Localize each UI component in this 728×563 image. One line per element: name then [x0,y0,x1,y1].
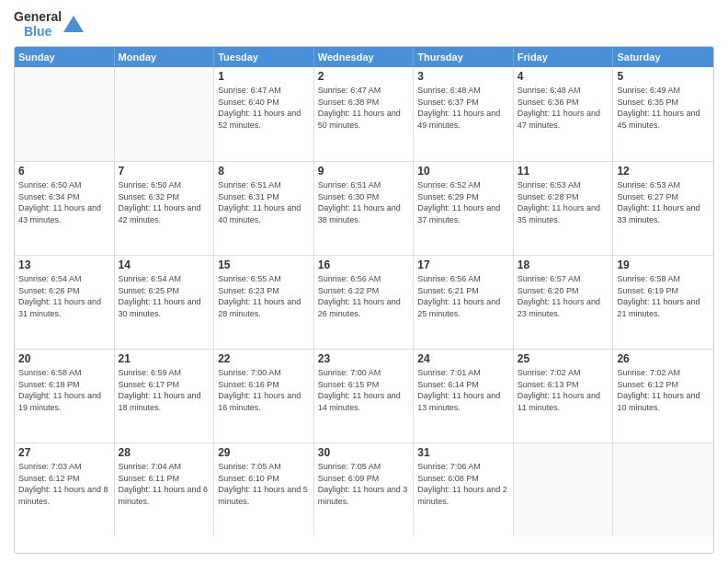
calendar-row-1: 6Sunrise: 6:50 AM Sunset: 6:34 PM Daylig… [15,161,713,255]
calendar-cell: 27Sunrise: 7:03 AM Sunset: 6:12 PM Dayli… [15,443,115,536]
header-day-sunday: Sunday [15,47,115,67]
calendar-cell: 6Sunrise: 6:50 AM Sunset: 6:34 PM Daylig… [15,162,115,255]
day-number: 15 [218,259,310,271]
calendar-cell: 16Sunrise: 6:56 AM Sunset: 6:22 PM Dayli… [314,256,415,349]
day-number: 10 [417,165,509,178]
day-info: Sunrise: 6:56 AM Sunset: 6:22 PM Dayligh… [318,273,410,319]
calendar-cell: 22Sunrise: 7:00 AM Sunset: 6:16 PM Dayli… [214,350,314,442]
day-info: Sunrise: 7:01 AM Sunset: 6:14 PM Dayligh… [417,367,509,413]
day-info: Sunrise: 6:47 AM Sunset: 6:38 PM Dayligh… [318,85,410,131]
calendar-body: 1Sunrise: 6:47 AM Sunset: 6:40 PM Daylig… [15,67,713,536]
header-day-monday: Monday [115,47,215,67]
day-number: 1 [218,70,310,83]
calendar-cell: 3Sunrise: 6:48 AM Sunset: 6:37 PM Daylig… [414,67,514,161]
header-day-wednesday: Wednesday [314,47,415,67]
day-info: Sunrise: 6:51 AM Sunset: 6:31 PM Dayligh… [218,179,310,225]
day-info: Sunrise: 7:00 AM Sunset: 6:15 PM Dayligh… [318,367,410,413]
day-number: 26 [617,352,710,365]
day-info: Sunrise: 6:58 AM Sunset: 6:19 PM Dayligh… [617,273,710,319]
day-number: 3 [417,70,509,83]
day-number: 9 [318,165,410,178]
calendar-cell: 14Sunrise: 6:54 AM Sunset: 6:25 PM Dayli… [115,256,215,349]
calendar-cell: 31Sunrise: 7:06 AM Sunset: 6:08 PM Dayli… [414,443,514,536]
day-number: 27 [18,446,110,459]
day-number: 30 [318,446,410,459]
day-number: 31 [417,446,509,459]
calendar-cell: 5Sunrise: 6:49 AM Sunset: 6:35 PM Daylig… [613,67,713,161]
day-info: Sunrise: 6:58 AM Sunset: 6:18 PM Dayligh… [18,367,110,413]
svg-marker-0 [63,16,84,32]
calendar-cell: 20Sunrise: 6:58 AM Sunset: 6:18 PM Dayli… [15,350,115,442]
calendar-cell: 15Sunrise: 6:55 AM Sunset: 6:23 PM Dayli… [214,256,314,349]
day-number: 6 [18,165,110,178]
calendar-header: SundayMondayTuesdayWednesdayThursdayFrid… [15,47,713,67]
day-number: 12 [617,165,710,178]
day-info: Sunrise: 6:54 AM Sunset: 6:25 PM Dayligh… [119,273,210,319]
calendar-cell: 1Sunrise: 6:47 AM Sunset: 6:40 PM Daylig… [214,67,314,161]
day-info: Sunrise: 6:47 AM Sunset: 6:40 PM Dayligh… [218,85,310,131]
logo-general: General [14,9,62,24]
calendar-row-2: 13Sunrise: 6:54 AM Sunset: 6:26 PM Dayli… [15,255,713,349]
header-day-friday: Friday [514,47,614,67]
calendar-cell [115,67,215,161]
calendar-cell: 24Sunrise: 7:01 AM Sunset: 6:14 PM Dayli… [414,350,514,442]
calendar-cell: 21Sunrise: 6:59 AM Sunset: 6:17 PM Dayli… [115,350,215,442]
day-number: 5 [617,70,710,83]
day-number: 11 [518,165,609,178]
day-info: Sunrise: 7:04 AM Sunset: 6:11 PM Dayligh… [119,461,210,507]
day-info: Sunrise: 6:52 AM Sunset: 6:29 PM Dayligh… [417,179,509,225]
calendar-row-4: 27Sunrise: 7:03 AM Sunset: 6:12 PM Dayli… [15,442,713,536]
header-day-saturday: Saturday [613,47,713,67]
calendar-cell: 28Sunrise: 7:04 AM Sunset: 6:11 PM Dayli… [115,443,215,536]
day-info: Sunrise: 6:59 AM Sunset: 6:17 PM Dayligh… [119,367,210,413]
calendar-cell: 23Sunrise: 7:00 AM Sunset: 6:15 PM Dayli… [314,350,415,442]
calendar-cell: 25Sunrise: 7:02 AM Sunset: 6:13 PM Dayli… [514,350,614,442]
day-info: Sunrise: 7:05 AM Sunset: 6:09 PM Dayligh… [318,461,410,507]
day-info: Sunrise: 6:55 AM Sunset: 6:23 PM Dayligh… [218,273,310,319]
day-number: 4 [518,70,609,83]
day-number: 25 [518,352,609,365]
calendar-cell: 8Sunrise: 6:51 AM Sunset: 6:31 PM Daylig… [214,162,314,255]
day-number: 20 [18,352,110,365]
calendar-cell: 26Sunrise: 7:02 AM Sunset: 6:12 PM Dayli… [613,350,713,442]
day-info: Sunrise: 6:50 AM Sunset: 6:34 PM Dayligh… [18,179,110,225]
page: GeneralBlue SundayMondayTuesdayWednesday… [0,0,728,563]
day-info: Sunrise: 7:05 AM Sunset: 6:10 PM Dayligh… [218,461,310,507]
day-info: Sunrise: 7:02 AM Sunset: 6:13 PM Dayligh… [518,367,609,413]
calendar-cell [613,443,713,536]
day-info: Sunrise: 6:54 AM Sunset: 6:26 PM Dayligh… [18,273,110,319]
day-info: Sunrise: 6:57 AM Sunset: 6:20 PM Dayligh… [518,273,609,319]
day-number: 21 [119,352,210,365]
calendar-cell [514,443,614,536]
day-number: 23 [318,352,410,365]
day-info: Sunrise: 7:02 AM Sunset: 6:12 PM Dayligh… [617,367,710,413]
calendar-cell [15,67,115,161]
calendar-cell: 17Sunrise: 6:56 AM Sunset: 6:21 PM Dayli… [414,256,514,349]
calendar-row-0: 1Sunrise: 6:47 AM Sunset: 6:40 PM Daylig… [15,67,713,161]
day-number: 14 [119,259,210,271]
day-info: Sunrise: 6:49 AM Sunset: 6:35 PM Dayligh… [617,85,710,131]
day-info: Sunrise: 6:53 AM Sunset: 6:28 PM Dayligh… [518,179,609,225]
day-number: 29 [218,446,310,459]
calendar-row-3: 20Sunrise: 6:58 AM Sunset: 6:18 PM Dayli… [15,349,713,442]
calendar-cell: 4Sunrise: 6:48 AM Sunset: 6:36 PM Daylig… [514,67,614,161]
calendar-cell: 18Sunrise: 6:57 AM Sunset: 6:20 PM Dayli… [514,256,614,349]
day-number: 16 [318,259,410,271]
day-info: Sunrise: 6:53 AM Sunset: 6:27 PM Dayligh… [617,179,710,225]
logo-icon [63,14,84,34]
day-number: 17 [417,259,509,271]
day-number: 22 [218,352,310,365]
header: GeneralBlue [14,9,714,39]
header-day-tuesday: Tuesday [214,47,314,67]
calendar-cell: 12Sunrise: 6:53 AM Sunset: 6:27 PM Dayli… [613,162,713,255]
day-info: Sunrise: 7:03 AM Sunset: 6:12 PM Dayligh… [18,461,110,507]
logo-blue: Blue [24,24,51,39]
calendar-cell: 30Sunrise: 7:05 AM Sunset: 6:09 PM Dayli… [314,443,415,536]
calendar-cell: 13Sunrise: 6:54 AM Sunset: 6:26 PM Dayli… [15,256,115,349]
day-info: Sunrise: 6:56 AM Sunset: 6:21 PM Dayligh… [417,273,509,319]
day-info: Sunrise: 6:48 AM Sunset: 6:37 PM Dayligh… [417,85,509,131]
header-day-thursday: Thursday [414,47,514,67]
day-info: Sunrise: 6:51 AM Sunset: 6:30 PM Dayligh… [318,179,410,225]
day-number: 2 [318,70,410,83]
day-info: Sunrise: 6:50 AM Sunset: 6:32 PM Dayligh… [119,179,210,225]
